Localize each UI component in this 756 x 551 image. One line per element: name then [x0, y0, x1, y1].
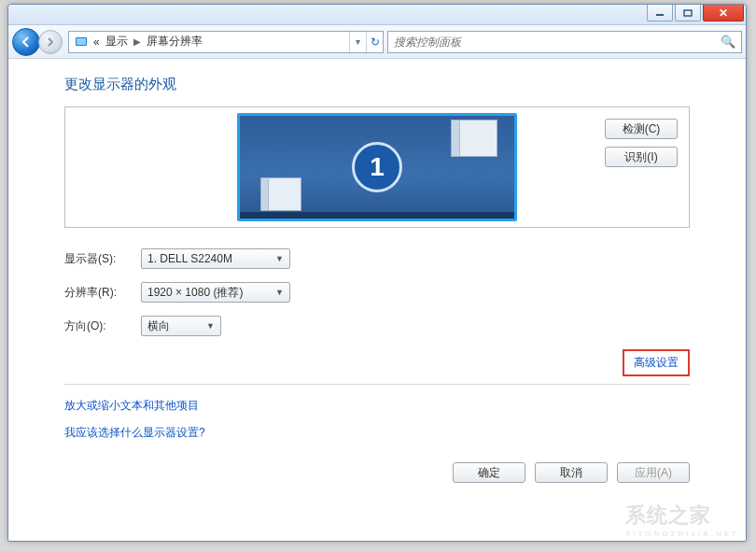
content-area: 更改显示器的外观 1 检测(C) 识别(I) 显示器(S): 1. DELL S… — [8, 59, 746, 441]
monitor-number: 1 — [370, 152, 385, 182]
minimize-icon — [655, 9, 665, 17]
orientation-label: 方向(O): — [64, 318, 141, 334]
search-icon: 🔍 — [721, 35, 735, 49]
address-dropdown-button[interactable]: ▾ — [349, 32, 366, 52]
page-title: 更改显示器的外观 — [64, 76, 690, 93]
display-combobox[interactable]: 1. DELL S2240M ▼ — [141, 248, 290, 269]
navigation-bar: « 显示 ▶ 屏幕分辨率 ▾ ↻ 🔍 — [8, 25, 746, 59]
address-bar[interactable]: « 显示 ▶ 屏幕分辨率 ▾ ↻ — [68, 31, 384, 53]
titlebar: ✕ — [8, 5, 746, 25]
display-preview-panel: 1 检测(C) 识别(I) — [64, 106, 690, 228]
minimize-button[interactable] — [647, 5, 673, 21]
identify-button[interactable]: 识别(I) — [605, 147, 678, 167]
watermark-text: 系统之家 — [625, 503, 711, 527]
preview-side-buttons: 检测(C) 识别(I) — [605, 119, 678, 167]
orientation-row: 方向(O): 横向 ▼ — [64, 316, 690, 336]
close-icon: ✕ — [719, 7, 728, 20]
resolution-value: 1920 × 1080 (推荐) — [147, 285, 243, 301]
preview-window-icon — [451, 120, 497, 157]
ok-button[interactable]: 确定 — [453, 462, 525, 483]
chevron-down-icon: ▼ — [206, 321, 215, 331]
back-button[interactable] — [12, 28, 40, 56]
help-link[interactable]: 我应该选择什么显示器设置? — [64, 425, 690, 441]
close-button[interactable]: ✕ — [703, 5, 744, 21]
orientation-value: 横向 — [147, 318, 170, 334]
arrow-left-icon — [20, 35, 33, 49]
apply-button[interactable]: 应用(A) — [617, 462, 690, 483]
preview-taskbar — [240, 212, 514, 219]
svg-rect-1 — [684, 10, 692, 16]
breadcrumb-root: « — [93, 35, 100, 49]
display-value: 1. DELL S2240M — [147, 252, 232, 265]
address-bar-controls: ▾ ↻ — [349, 32, 383, 52]
advanced-row: 高级设置 — [64, 349, 690, 376]
window-controls: ✕ — [645, 5, 746, 24]
svg-rect-0 — [656, 14, 664, 16]
breadcrumb-level2[interactable]: 屏幕分辨率 — [147, 34, 203, 49]
breadcrumb-level1[interactable]: 显示 — [105, 34, 128, 49]
control-panel-icon — [73, 35, 90, 49]
chevron-down-icon: ▼ — [275, 254, 284, 263]
resolution-label: 分辨率(R): — [64, 285, 141, 301]
svg-rect-3 — [77, 38, 86, 45]
text-scaling-link[interactable]: 放大或缩小文本和其他项目 — [64, 398, 690, 414]
watermark-sub: XITONGZHIJIA.NET — [625, 530, 739, 538]
detect-button[interactable]: 检测(C) — [605, 119, 678, 139]
divider — [64, 384, 690, 385]
maximize-icon — [683, 9, 693, 17]
maximize-button[interactable] — [675, 5, 701, 21]
watermark: 系统之家 XITONGZHIJIA.NET — [625, 502, 739, 538]
cancel-button[interactable]: 取消 — [535, 462, 608, 483]
search-box[interactable]: 🔍 — [387, 31, 742, 53]
preview-window-icon — [260, 177, 301, 211]
display-settings-form: 显示器(S): 1. DELL S2240M ▼ 分辨率(R): 1920 × … — [64, 248, 690, 441]
display-row: 显示器(S): 1. DELL S2240M ▼ — [64, 248, 690, 269]
display-label: 显示器(S): — [64, 251, 141, 267]
resolution-combobox[interactable]: 1920 × 1080 (推荐) ▼ — [141, 282, 290, 303]
forward-button[interactable] — [38, 30, 63, 54]
refresh-button[interactable]: ↻ — [366, 32, 383, 52]
chevron-right-icon: ▶ — [133, 36, 141, 47]
dialog-footer: 确定 取消 应用(A) — [453, 462, 690, 483]
desktop-preview[interactable]: 1 — [237, 113, 517, 221]
advanced-settings-link[interactable]: 高级设置 — [623, 349, 690, 376]
orientation-combobox[interactable]: 横向 ▼ — [141, 316, 221, 336]
chevron-down-icon: ▼ — [275, 288, 284, 297]
resolution-row: 分辨率(R): 1920 × 1080 (推荐) ▼ — [64, 282, 690, 303]
control-panel-window: ✕ « 显示 ▶ 屏幕分辨率 ▾ ↻ 🔍 — [7, 4, 747, 542]
monitor-badge: 1 — [352, 142, 402, 192]
arrow-right-icon — [45, 36, 56, 48]
search-input[interactable] — [394, 35, 721, 49]
